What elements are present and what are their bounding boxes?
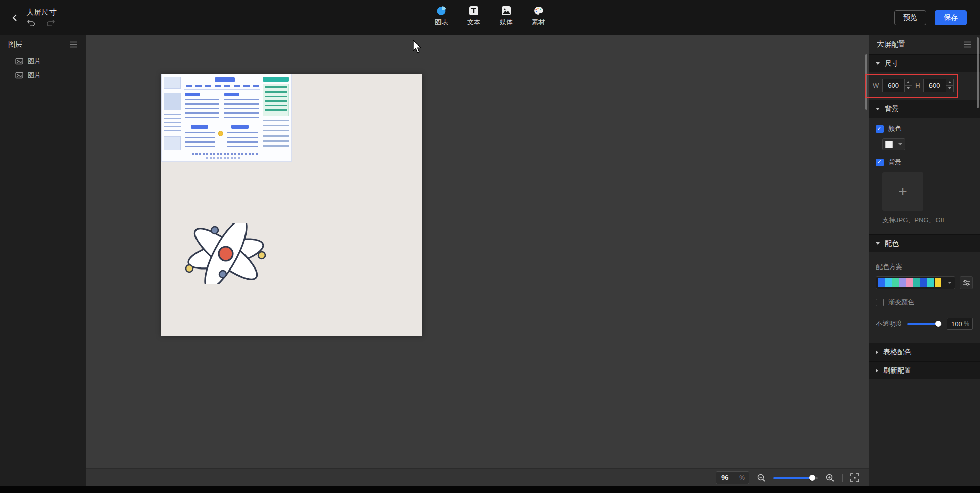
zoom-level-input-group: %	[716, 471, 749, 484]
section-refresh[interactable]: 刷新配置	[869, 361, 980, 379]
app-window: 大屏尺寸	[0, 0, 980, 493]
opacity-slider[interactable]	[907, 320, 942, 327]
tool-media[interactable]: 媒体	[493, 5, 519, 27]
text-icon	[469, 6, 479, 16]
artboard-image-dashboard[interactable]	[161, 74, 292, 162]
plus-icon: +	[898, 185, 907, 199]
section-background-label: 背景	[885, 105, 899, 114]
canvas-zoom-bar: %	[86, 468, 869, 486]
gradient-checkbox[interactable]	[876, 299, 884, 306]
opacity-input[interactable]	[950, 320, 963, 328]
layer-item[interactable]: 图片	[0, 54, 86, 68]
tool-label: 素材	[532, 18, 545, 27]
topbar: 大屏尺寸	[0, 0, 980, 35]
background-color-select[interactable]	[882, 138, 905, 150]
chevron-left-icon	[10, 13, 20, 23]
tool-asset[interactable]: 素材	[525, 5, 552, 27]
fit-screen-button[interactable]	[850, 473, 860, 483]
layer-item[interactable]: 图片	[0, 68, 86, 82]
layers-panel-title: 图层	[8, 40, 22, 49]
gradient-checkbox-label: 渐变颜色	[888, 298, 914, 307]
image-icon	[15, 58, 23, 65]
section-table-palette[interactable]: 表格配色	[869, 343, 980, 361]
section-palette-label: 配色	[885, 239, 899, 248]
tool-text[interactable]: 文本	[461, 5, 487, 27]
preview-button[interactable]: 预览	[894, 10, 926, 25]
chevron-down-icon	[898, 143, 902, 145]
height-input[interactable]	[923, 79, 946, 92]
palette-icon	[533, 6, 544, 16]
color-scheme-label: 配色方案	[876, 262, 973, 272]
section-palette[interactable]: 配色	[869, 234, 980, 252]
upload-hint: 支持JPG、PNG、GIF	[882, 216, 973, 225]
width-input[interactable]	[882, 79, 904, 92]
back-button[interactable]	[8, 11, 22, 25]
tool-label: 文本	[467, 18, 480, 27]
page-title: 大屏尺寸	[26, 8, 57, 16]
arrow-down-icon	[948, 87, 951, 89]
section-size[interactable]: 尺寸	[869, 54, 980, 72]
undo-button[interactable]	[26, 18, 36, 27]
artboard[interactable]	[161, 74, 422, 336]
width-step-down[interactable]	[905, 85, 912, 92]
canvas[interactable]: %	[86, 35, 869, 486]
background-image-checkbox[interactable]	[876, 159, 884, 166]
opacity-input-group: %	[947, 318, 973, 330]
color-scheme-select[interactable]	[876, 276, 955, 289]
color-swatch	[885, 141, 893, 148]
save-button[interactable]: 保存	[935, 10, 967, 25]
mouse-cursor-icon	[412, 40, 423, 54]
height-label: H	[915, 82, 920, 89]
opacity-label: 不透明度	[876, 319, 902, 328]
layers-panel: 图层 图片 图片	[0, 35, 86, 486]
color-scheme-swatches	[878, 278, 948, 287]
pie-chart-icon	[436, 6, 447, 16]
canvas-vertical-scrollbar[interactable]	[865, 54, 867, 110]
collapse-triangle-icon	[876, 108, 880, 110]
config-panel: 大屏配置 尺寸 W H	[869, 35, 980, 486]
zoom-slider-thumb[interactable]	[809, 475, 815, 481]
arrow-up-icon	[907, 81, 910, 83]
height-step-up[interactable]	[946, 79, 953, 85]
color-checkbox-label: 颜色	[888, 124, 901, 133]
undo-icon	[27, 19, 36, 26]
config-panel-title: 大屏配置	[877, 40, 905, 49]
background-image-checkbox-label: 背景	[888, 158, 901, 167]
chevron-down-icon	[948, 282, 952, 284]
magnifier-minus-icon	[757, 473, 766, 482]
opacity-slider-thumb[interactable]	[935, 321, 941, 327]
zoom-out-button[interactable]	[756, 473, 766, 483]
color-checkbox[interactable]	[876, 125, 884, 133]
tool-chart[interactable]: 图表	[428, 5, 455, 27]
collapse-triangle-icon	[876, 62, 880, 65]
redo-button[interactable]	[45, 18, 56, 27]
section-table-palette-label: 表格配色	[883, 348, 911, 357]
width-stepper	[904, 79, 912, 92]
image-icon	[15, 72, 23, 79]
tool-label: 媒体	[500, 18, 513, 27]
media-icon	[501, 6, 511, 16]
tool-label: 图表	[435, 18, 448, 27]
sliders-icon	[962, 279, 970, 286]
color-scheme-settings-button[interactable]	[960, 276, 973, 289]
zoom-slider[interactable]	[773, 474, 818, 481]
expand-triangle-icon	[876, 369, 878, 373]
height-stepper	[946, 79, 954, 92]
section-refresh-label: 刷新配置	[883, 366, 911, 375]
fit-screen-icon	[850, 473, 859, 482]
opacity-unit-label: %	[964, 320, 969, 327]
config-menu-icon[interactable]	[964, 41, 972, 48]
arrow-up-icon	[948, 81, 951, 83]
section-background[interactable]: 背景	[869, 100, 980, 118]
zoom-in-button[interactable]	[825, 473, 835, 483]
width-step-up[interactable]	[905, 79, 912, 85]
toolbar-divider	[842, 474, 843, 482]
zoom-unit-label: %	[739, 474, 745, 481]
background-upload-dropzone[interactable]: +	[882, 172, 923, 211]
config-panel-scrollbar[interactable]	[977, 37, 979, 108]
window-bottom-edge	[0, 486, 980, 493]
height-step-down[interactable]	[946, 85, 953, 92]
layers-menu-icon[interactable]	[70, 41, 78, 48]
zoom-input[interactable]	[720, 473, 733, 482]
artboard-image-atom[interactable]	[183, 223, 269, 284]
